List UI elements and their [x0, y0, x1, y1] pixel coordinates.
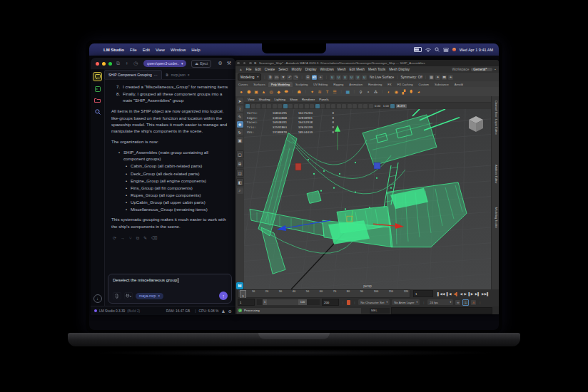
platonic-icon[interactable]: ✦	[310, 89, 315, 95]
workspace-selector[interactable]: General*	[471, 68, 492, 71]
status-app-icon[interactable]	[452, 48, 456, 51]
settings-gear-icon[interactable]: ⚙	[228, 309, 232, 314]
go-to-start-button[interactable]: ▌◀◀	[437, 292, 445, 296]
continue-icon[interactable]: →	[121, 235, 125, 242]
wifi-icon[interactable]	[425, 48, 431, 52]
menubar-app-name[interactable]: LM Studio	[103, 48, 124, 52]
send-button[interactable]: ↑	[219, 292, 228, 300]
shelf-tab-uv-editing[interactable]: UV Editing	[310, 82, 330, 87]
view-cube[interactable]	[467, 115, 485, 133]
poly-cone-icon[interactable]: ▲	[261, 89, 267, 95]
scale-tool-icon[interactable]: ▣	[237, 137, 243, 143]
menu-create[interactable]: Create	[265, 68, 275, 71]
menu-display[interactable]: Display	[305, 68, 317, 71]
paint-select-tool-icon[interactable]: ✎	[237, 113, 243, 120]
discover-tab-icon[interactable]	[93, 108, 101, 115]
shelf-tab-substance[interactable]: Substance	[432, 82, 452, 87]
minimize-button[interactable]	[102, 62, 106, 66]
magnet-icon[interactable]: ∪	[343, 75, 348, 80]
shelf-tab-poly-modeling[interactable]: Poly Modeling	[268, 82, 293, 87]
zoom-tool-icon[interactable]: ⌕	[237, 187, 243, 194]
tab-modeling-toolkit[interactable]: Modeling Toolkit	[495, 207, 498, 228]
combine-icon[interactable]: ▞	[401, 89, 407, 95]
anim-layer-selector[interactable]: No Anim Layer▾	[392, 299, 420, 305]
menu-select[interactable]: Select	[278, 68, 288, 71]
shelf-tab-rendering[interactable]: Rendering	[365, 82, 385, 87]
magnet-icon[interactable]: ∪	[362, 75, 367, 80]
panel-menu-renderer[interactable]: Renderer	[302, 98, 315, 101]
panel-menu-panels[interactable]: Panels	[319, 98, 328, 101]
menu-edit[interactable]: Edit	[255, 68, 260, 71]
layout-four-icon[interactable]: ⊞	[236, 160, 244, 167]
anim-start-field[interactable]: 1	[238, 299, 255, 306]
magnet-icon[interactable]: ∪	[330, 75, 335, 80]
poly-torus-icon[interactable]: ◎	[268, 89, 274, 95]
panel-menu-view[interactable]: View	[248, 98, 254, 101]
layout-single-icon[interactable]: ▢	[236, 150, 244, 158]
sculpt-icon[interactable]: ☗	[296, 89, 302, 95]
redo-icon[interactable]: ↷	[293, 75, 298, 80]
prev-key-button[interactable]: ◀▌	[453, 292, 458, 296]
loop-icon[interactable]: ∞	[455, 300, 460, 305]
menu-mesh-tools[interactable]: Mesh Tools	[368, 68, 385, 71]
shelf-tab-surfaces[interactable]: Surfaces	[250, 82, 268, 87]
zoom-button[interactable]	[249, 62, 252, 65]
shelf-tab-curves[interactable]: Curves	[235, 82, 250, 87]
shelf-tab-custom[interactable]: Custom	[416, 82, 432, 87]
poly-plane-icon[interactable]: ◆	[276, 89, 282, 95]
tab-attribute-editor[interactable]: Attribute Editor	[495, 165, 498, 183]
set-key-icon[interactable]	[347, 300, 350, 305]
live-surface-selector[interactable]: No Live Surface	[370, 76, 394, 79]
rotate-tool-icon[interactable]: ↻	[237, 129, 243, 135]
play-forward-button[interactable]: ▶	[464, 292, 467, 296]
branch-icon[interactable]: ⑂	[129, 235, 132, 242]
shelf-tab-arnold[interactable]: Arnold	[452, 82, 466, 87]
poly-cube-icon[interactable]: ⬢	[246, 89, 252, 95]
badge-close-icon[interactable]: ×	[158, 294, 160, 298]
user-icon[interactable]: ♟	[221, 309, 225, 314]
character-set-selector[interactable]: No Character Set▾	[358, 299, 390, 305]
shelf-tab-fx-caching[interactable]: FX Caching	[395, 82, 416, 87]
texture-icon[interactable]: ⬒	[442, 75, 447, 80]
zoom-button[interactable]	[108, 62, 112, 66]
chat-transcript[interactable]: 7. I created a "Miscellaneous_Group" for…	[104, 80, 235, 272]
poly-disc-icon[interactable]: ⬬	[283, 89, 289, 95]
render-settings-icon[interactable]: ✦	[435, 75, 440, 80]
menu-windows[interactable]: Windows	[320, 68, 333, 71]
tab-channel-box[interactable]: Channel Box / Layer Editor	[495, 100, 498, 135]
exposure-value[interactable]: 0.00	[375, 104, 380, 108]
viewport-toolbar-icons[interactable]: 0.00 1.00 ACES	[244, 103, 491, 109]
fps-selector[interactable]: 24 fps▾	[427, 299, 453, 305]
close-button[interactable]	[96, 62, 99, 66]
menubar-item-window[interactable]: Window	[171, 48, 186, 52]
ik-icon[interactable]: ⚬	[365, 89, 371, 95]
search-icon[interactable]	[435, 47, 440, 52]
chat-input-text[interactable]: Deselect the miscellaneous group	[113, 278, 227, 283]
type-icon[interactable]: ☰	[332, 89, 338, 95]
copy-icon[interactable]: ⧉	[136, 235, 139, 242]
snap-grid-icon[interactable]: ⊞	[305, 75, 310, 80]
boolean-union-icon[interactable]: ◐	[386, 89, 392, 95]
menu-modify[interactable]: Modify	[292, 68, 302, 71]
symmetry-selector[interactable]: Symmetry: Off	[400, 76, 422, 79]
snap-curve-icon[interactable]: ab	[312, 75, 317, 80]
open-scene-icon[interactable]: 🗁	[274, 75, 279, 80]
range-start-handle[interactable]: 1	[263, 299, 267, 305]
tab-ship-component-grouping[interactable]: SHIP Component Grouping ⋯	[104, 70, 162, 79]
model-selector[interactable]: qwen/qwen3-coder.. ▾	[143, 60, 186, 67]
preferences-anim-icon[interactable]: ♙	[471, 300, 476, 305]
battery-icon[interactable]	[414, 47, 422, 52]
delete-icon[interactable]: ⌫	[151, 235, 157, 242]
anim-end-field[interactable]: 200	[322, 299, 339, 306]
menu-mesh[interactable]: Mesh	[338, 68, 346, 71]
tab-mcp-json[interactable]: 🗎 mcp.json ×	[162, 71, 193, 79]
go-to-end-button[interactable]: ▶▶▌	[482, 292, 489, 296]
boolean-diff-icon[interactable]: ◉	[393, 89, 399, 95]
joint-icon[interactable]: ⚲	[358, 89, 364, 95]
minimize-button[interactable]	[243, 62, 246, 65]
smooth-icon[interactable]: ◕	[416, 89, 422, 95]
chat-tab-icon[interactable]	[93, 72, 102, 81]
menu-edit-mesh[interactable]: Edit Mesh	[350, 68, 365, 71]
select-tool-icon[interactable]: ➤	[237, 98, 243, 104]
chat-input-box[interactable]: Deselect the miscellaneous group ▾ maya-…	[108, 274, 232, 304]
